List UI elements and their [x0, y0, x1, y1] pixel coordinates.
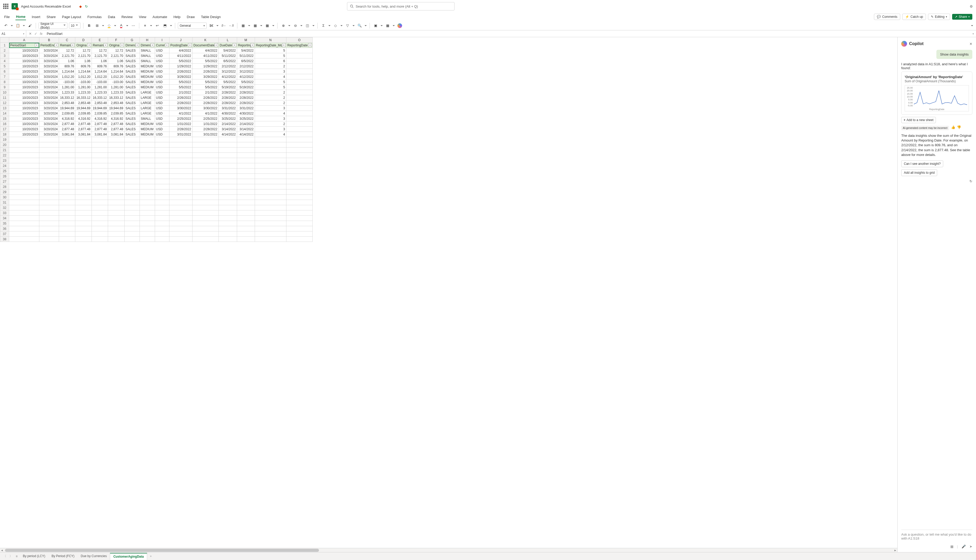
cell[interactable] — [92, 200, 108, 205]
cell[interactable] — [108, 216, 124, 221]
cell[interactable] — [192, 184, 219, 190]
row-header-24[interactable]: 24 — [0, 163, 9, 168]
cell[interactable] — [155, 163, 169, 168]
insert-cells-button[interactable]: ⊕ — [280, 23, 286, 29]
cell[interactable]: 4/4/2022 — [169, 48, 192, 53]
cell[interactable] — [169, 163, 192, 168]
cell[interactable] — [39, 153, 59, 158]
cell[interactable]: 2/25/2022 — [169, 116, 192, 121]
cell[interactable] — [39, 205, 59, 210]
cell[interactable] — [108, 237, 124, 242]
cell[interactable] — [59, 163, 75, 168]
cell[interactable] — [140, 210, 155, 216]
cell[interactable] — [124, 221, 140, 226]
row-header-10[interactable]: 10 — [0, 90, 9, 95]
cell[interactable] — [169, 205, 192, 210]
cell[interactable] — [92, 232, 108, 237]
cell[interactable]: 3/20/2024 — [39, 74, 59, 79]
cell[interactable]: SALES — [124, 111, 140, 116]
cell[interactable] — [108, 205, 124, 210]
cell[interactable]: 1/29/2022 — [169, 64, 192, 69]
col-header-D[interactable]: D — [75, 37, 92, 43]
cell[interactable]: 3/20/2024 — [39, 48, 59, 53]
cell[interactable] — [92, 179, 108, 184]
cell[interactable] — [192, 142, 219, 148]
cell[interactable] — [108, 168, 124, 174]
col-header-I[interactable]: I — [155, 37, 169, 43]
cell[interactable]: 19,944.69 — [108, 106, 124, 111]
row-header-19[interactable]: 19 — [0, 137, 9, 142]
cell[interactable]: USD — [155, 90, 169, 95]
cell[interactable]: 2,853.48 — [75, 100, 92, 106]
cell[interactable]: 19,944.69 — [75, 106, 92, 111]
cell[interactable]: 12.72 — [92, 48, 108, 53]
cell[interactable]: 3,081.84 — [75, 132, 92, 137]
row-header-31[interactable]: 31 — [0, 200, 9, 205]
cell[interactable]: 10/20/2023 — [9, 121, 39, 127]
cell[interactable]: 809.76 — [92, 64, 108, 69]
cell[interactable] — [192, 190, 219, 195]
menu-tab-review[interactable]: Review — [121, 14, 133, 20]
cell[interactable]: 1,223.33 — [75, 90, 92, 95]
cell[interactable]: 10/20/2023 — [9, 111, 39, 116]
filter-icon[interactable] — [165, 43, 169, 47]
table-header-cell[interactable]: DueDate — [219, 43, 237, 48]
cell[interactable] — [39, 174, 59, 179]
cell[interactable] — [108, 148, 124, 153]
cell[interactable] — [169, 153, 192, 158]
cell[interactable]: MEDIUM — [140, 121, 155, 127]
cell[interactable]: 3/20/2024 — [39, 90, 59, 95]
cell[interactable] — [286, 232, 313, 237]
cell[interactable]: 3/31/2022 — [237, 106, 255, 111]
cell[interactable] — [124, 168, 140, 174]
cell[interactable] — [169, 158, 192, 163]
cell[interactable]: USD — [155, 74, 169, 79]
cell[interactable]: 3/29/2022 — [192, 74, 219, 79]
cell[interactable]: USD — [155, 95, 169, 100]
cell[interactable]: 2/25/2022 — [192, 116, 219, 121]
cell[interactable] — [140, 184, 155, 190]
cell[interactable] — [169, 226, 192, 232]
cell[interactable] — [255, 137, 286, 142]
row-header-35[interactable]: 35 — [0, 221, 9, 226]
col-header-J[interactable]: J — [169, 37, 192, 43]
cell[interactable] — [255, 153, 286, 158]
cell[interactable]: 10/20/2023 — [9, 100, 39, 106]
cell[interactable]: 5/19/2022 — [219, 85, 237, 90]
cell[interactable] — [219, 163, 237, 168]
cell[interactable] — [59, 168, 75, 174]
cell[interactable] — [108, 232, 124, 237]
cell[interactable]: 2,877.48 — [108, 121, 124, 127]
cell[interactable]: 2,039.85 — [59, 111, 75, 116]
cell[interactable]: 2,877.48 — [75, 121, 92, 127]
thumbs-down-icon[interactable]: 👎 — [957, 125, 961, 129]
cell[interactable] — [59, 148, 75, 153]
cell[interactable] — [59, 179, 75, 184]
cell[interactable] — [108, 195, 124, 200]
cell[interactable]: 1,214.64 — [75, 69, 92, 74]
thumbs-up-icon[interactable]: 👍 — [951, 125, 955, 129]
cell[interactable]: MEDIUM — [140, 74, 155, 79]
cell[interactable]: 4/11/2022 — [169, 53, 192, 58]
undo-button[interactable]: ↶ — [3, 23, 9, 29]
col-header-A[interactable]: A — [9, 37, 39, 43]
cell[interactable]: 1.06 — [92, 58, 108, 64]
cell[interactable] — [286, 85, 313, 90]
cell[interactable] — [59, 137, 75, 142]
row-header-1[interactable]: 1 — [0, 43, 9, 48]
cell[interactable]: 3/20/2024 — [39, 69, 59, 74]
row-header-5[interactable]: 5 — [0, 64, 9, 69]
number-format-select[interactable]: General▾ — [178, 23, 207, 29]
cell[interactable]: 1.06 — [75, 58, 92, 64]
format-cells-button[interactable]: ◫ — [304, 23, 311, 29]
cell[interactable] — [9, 153, 39, 158]
decrease-decimal-button[interactable]: ←.0 — [228, 23, 234, 29]
cell[interactable]: -103.00 — [108, 79, 124, 85]
suggestion-add-all[interactable]: Add all insights to grid — [901, 169, 937, 176]
cell[interactable] — [155, 221, 169, 226]
cell[interactable]: 3/20/2024 — [39, 121, 59, 127]
menu-tab-file[interactable]: File — [4, 14, 10, 20]
cell[interactable] — [75, 174, 92, 179]
merge-button[interactable]: ⬒ — [162, 23, 168, 29]
cell[interactable] — [75, 137, 92, 142]
